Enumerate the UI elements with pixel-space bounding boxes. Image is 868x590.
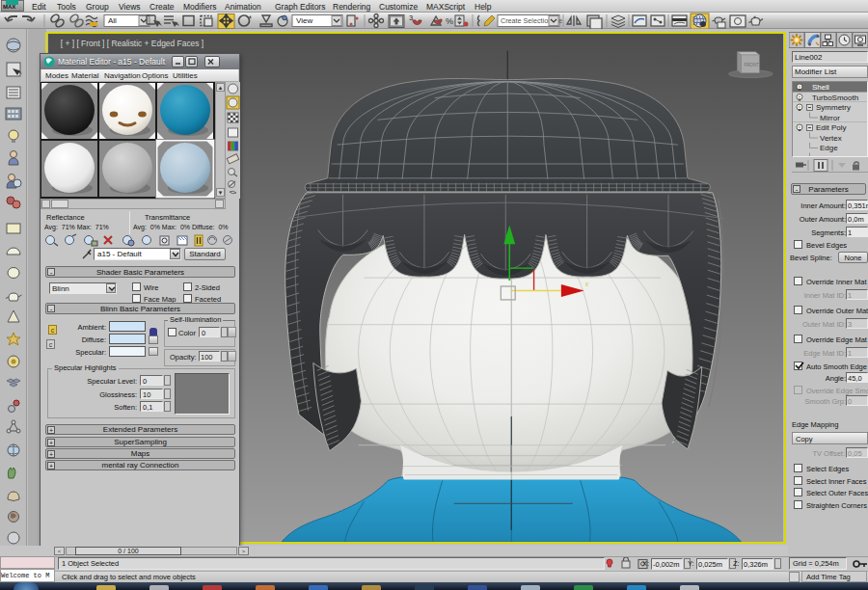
svg-text:x: x bbox=[585, 281, 589, 287]
svg-text:Edge: Edge bbox=[820, 144, 838, 152]
svg-text:FRONT: FRONT bbox=[744, 63, 759, 67]
svg-text:3: 3 bbox=[409, 13, 413, 22]
svg-text:TurboSmooth: TurboSmooth bbox=[812, 94, 858, 102]
svg-text:Mirror: Mirror bbox=[820, 114, 840, 122]
svg-text:%: % bbox=[446, 16, 453, 26]
svg-text:All: All bbox=[108, 16, 117, 25]
svg-text:View: View bbox=[296, 16, 312, 25]
svg-text:Edit Poly: Edit Poly bbox=[816, 123, 847, 132]
svg-text:[ + ] [ Front ] [ Realistic +: [ + ] [ Front ] [ Realistic + Edged Face… bbox=[61, 39, 203, 48]
svg-text:Shell: Shell bbox=[812, 83, 829, 92]
svg-text:Symmetry: Symmetry bbox=[816, 103, 851, 112]
svg-text:Vertex: Vertex bbox=[820, 134, 842, 143]
svg-text:Border: Border bbox=[820, 154, 843, 157]
